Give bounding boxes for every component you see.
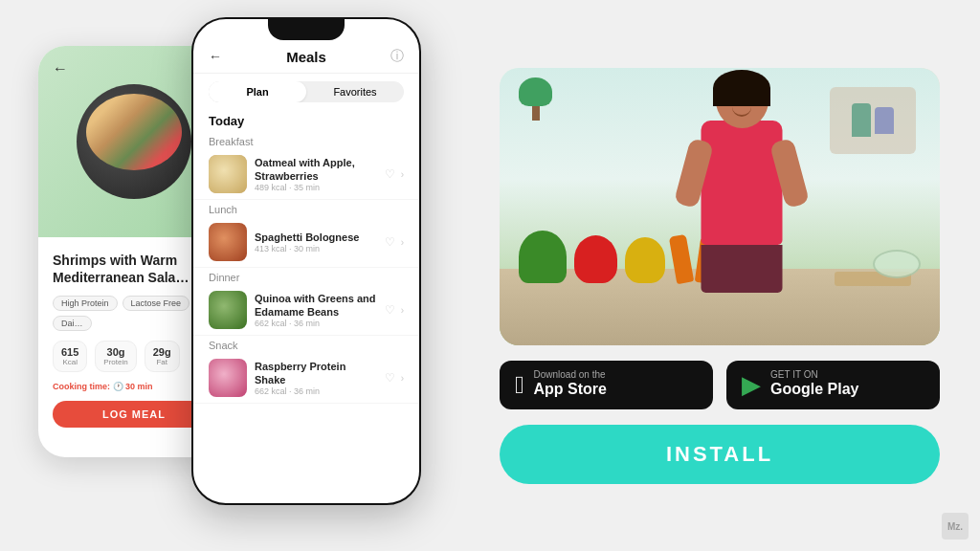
right-section:  Download on the App Store ▶ GET IT ON … — [488, 68, 951, 484]
heart-icon-s[interactable]: ♡ — [385, 235, 395, 249]
install-button[interactable]: INSTALL — [500, 425, 940, 484]
veg-red-pepper — [574, 235, 617, 283]
kcal-label: Kcal — [61, 358, 78, 366]
arrow-right-icon-s[interactable]: › — [401, 237, 404, 248]
person-head — [716, 73, 768, 128]
meal-item-oatmeal[interactable]: Oatmeal with Apple, Strawberries 489 kca… — [193, 149, 419, 200]
veg-yellow-pepper — [625, 237, 665, 283]
person-smile — [732, 107, 751, 117]
cooking-image-inner — [500, 68, 940, 345]
google-play-small-text: GET IT ON — [770, 370, 858, 380]
meal-item-quinoa[interactable]: Quinoa with Greens and Edamame Beans 662… — [193, 285, 419, 336]
phone-front: ← Meals ⓘ Plan Favorites Today Breakfast… — [191, 17, 421, 505]
meal-thumb-raspberry — [209, 359, 247, 397]
cooking-time-label: Cooking time: — [53, 382, 110, 391]
heart-icon[interactable]: ♡ — [385, 167, 395, 181]
meal-actions-spaghetti: ♡ › — [385, 235, 404, 249]
fat-label: Fat — [153, 358, 171, 366]
google-play-large-text: Google Play — [770, 380, 858, 398]
arrow-right-icon-q[interactable]: › — [401, 305, 404, 316]
plant-leaves — [519, 77, 552, 106]
meal-details-raspberry: Raspberry Protein Shake 662 kcal · 36 mi… — [255, 360, 377, 397]
tag-dairy: Dai… — [53, 316, 92, 331]
meals-today-label: Today — [193, 110, 419, 132]
google-play-icon: ▶ — [742, 370, 761, 400]
app-store-text: Download on the App Store — [534, 370, 607, 398]
app-store-large-text: App Store — [534, 380, 607, 398]
shelf-item-2 — [875, 107, 894, 134]
meal-item-raspberry[interactable]: Raspberry Protein Shake 662 kcal · 36 mi… — [193, 353, 419, 404]
meal-thumb-quinoa — [209, 291, 247, 329]
plant-stem — [532, 106, 540, 121]
app-store-small-text: Download on the — [534, 370, 607, 380]
main-container: ← Shrimps with Warm Mediterranean Sala… … — [0, 0, 980, 551]
snack-section-label: Snack — [193, 336, 419, 353]
meal-actions-quinoa: ♡ › — [385, 303, 404, 317]
tag-high-protein: High Protein — [53, 296, 118, 311]
meal-meta-quinoa: 662 kcal · 36 min — [255, 319, 377, 328]
protein-label: Protein — [103, 358, 127, 366]
tab-favorites[interactable]: Favorites — [306, 81, 404, 102]
cooking-image — [500, 68, 940, 345]
watermark: Mz. — [942, 513, 969, 540]
shelf-item-1 — [852, 103, 871, 137]
meal-thumb-oatmeal — [209, 155, 247, 193]
meal-actions-raspberry: ♡ › — [385, 371, 404, 385]
protein-value: 30g — [103, 346, 127, 358]
heart-icon-q[interactable]: ♡ — [385, 303, 395, 317]
lunch-section-label: Lunch — [193, 200, 419, 217]
store-buttons:  Download on the App Store ▶ GET IT ON … — [500, 361, 940, 409]
back-arrow-icon[interactable]: ← — [53, 60, 68, 77]
nutrient-kcal: 615 Kcal — [53, 341, 87, 372]
google-play-button[interactable]: ▶ GET IT ON Google Play — [726, 361, 940, 409]
cooking-time-value: 🕐 30 min — [113, 382, 153, 391]
nutrient-protein: 30g Protein — [95, 341, 136, 372]
person — [702, 121, 783, 293]
tag-lactose-free: Lactose Free — [122, 296, 190, 311]
phone-notch — [268, 19, 345, 40]
fat-value: 29g — [153, 346, 171, 358]
tab-plan[interactable]: Plan — [209, 81, 306, 102]
meals-info-icon[interactable]: ⓘ — [390, 48, 404, 65]
plant-container — [519, 77, 552, 121]
meal-details-quinoa: Quinoa with Greens and Edamame Beans 662… — [255, 292, 377, 329]
apple-icon:  — [515, 370, 524, 400]
arrow-right-icon[interactable]: › — [401, 169, 404, 180]
meal-meta-oatmeal: 489 kcal · 35 min — [255, 183, 377, 192]
breakfast-section-label: Breakfast — [193, 132, 419, 149]
salad-bowl — [873, 250, 921, 278]
veg-carrot — [669, 233, 694, 283]
meal-meta-spaghetti: 413 kcal · 30 min — [255, 244, 377, 253]
kitchen-shelf — [830, 87, 916, 154]
meal-name-spaghetti: Spaghetti Bolognese — [255, 231, 377, 244]
meal-meta-raspberry: 662 kcal · 36 min — [255, 386, 377, 396]
meal-name-quinoa: Quinoa with Greens and Edamame Beans — [255, 292, 377, 320]
veg-broccoli — [519, 231, 567, 283]
food-bowl — [77, 84, 191, 199]
meals-back-button[interactable]: ← — [209, 49, 222, 64]
meals-title: Meals — [286, 49, 326, 65]
person-pants — [702, 245, 783, 293]
meal-actions-oatmeal: ♡ › — [385, 167, 404, 181]
dinner-section-label: Dinner — [193, 268, 419, 285]
google-play-text: GET IT ON Google Play — [770, 370, 858, 398]
meal-details-spaghetti: Spaghetti Bolognese 413 kcal · 30 min — [255, 231, 377, 253]
arrow-right-icon-r[interactable]: › — [401, 373, 404, 384]
meals-header: ← Meals ⓘ — [193, 40, 419, 74]
meal-details-oatmeal: Oatmeal with Apple, Strawberries 489 kca… — [255, 156, 377, 193]
app-store-button[interactable]:  Download on the App Store — [500, 361, 713, 409]
plan-tabs: Plan Favorites — [209, 81, 404, 102]
phones-section: ← Shrimps with Warm Mediterranean Sala… … — [29, 17, 469, 534]
meal-name-raspberry: Raspberry Protein Shake — [255, 360, 377, 387]
kcal-value: 615 — [61, 346, 78, 358]
person-torso — [702, 121, 783, 245]
person-hair — [713, 70, 770, 106]
meal-name-oatmeal: Oatmeal with Apple, Strawberries — [255, 156, 377, 184]
meal-item-spaghetti[interactable]: Spaghetti Bolognese 413 kcal · 30 min ♡ … — [193, 217, 419, 268]
nutrient-fat: 29g Fat — [145, 341, 180, 372]
heart-icon-r[interactable]: ♡ — [385, 371, 395, 385]
meal-thumb-spaghetti — [209, 223, 247, 261]
